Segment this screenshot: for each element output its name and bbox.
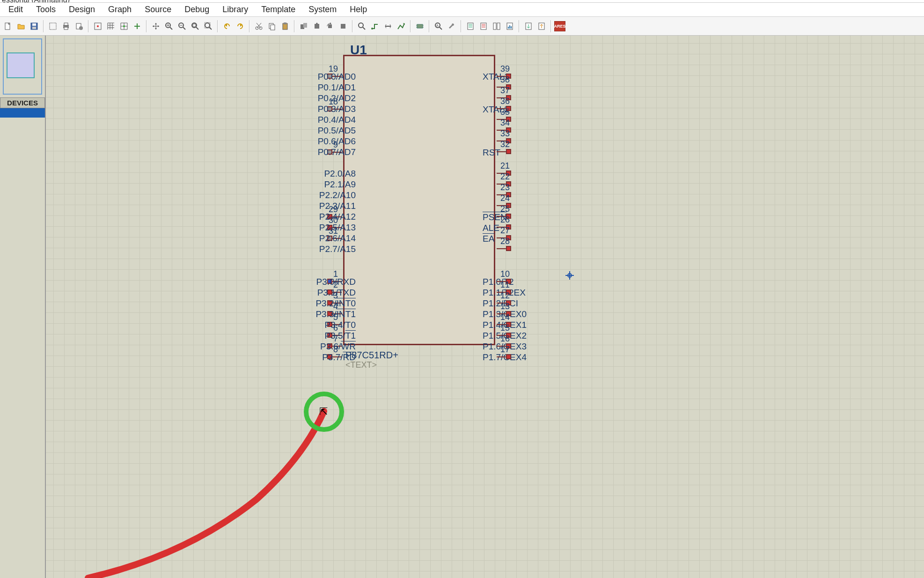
overview-viewport[interactable] xyxy=(7,52,35,78)
pin-number: 24 xyxy=(500,193,510,203)
pin-32[interactable]: 32P0.7/AD7 xyxy=(497,149,511,154)
toolbar-separator xyxy=(43,20,44,32)
open-folder-button[interactable] xyxy=(15,20,27,32)
pin-number: 34 xyxy=(500,118,510,128)
report-net-button[interactable] xyxy=(491,20,503,32)
zoom-in-button[interactable] xyxy=(163,20,175,32)
save-icon xyxy=(30,22,38,30)
print-icon xyxy=(62,22,70,30)
grid-origin-icon xyxy=(94,22,102,30)
pin-label: P3.4/T0 xyxy=(324,320,356,330)
wire-auto-button[interactable] xyxy=(369,20,381,32)
menu-tools[interactable]: Tools xyxy=(29,3,62,16)
menu-debug[interactable]: Debug xyxy=(178,3,216,16)
block-copy-icon xyxy=(300,22,308,30)
pin-label: P3.5/T1 xyxy=(324,331,356,341)
block-rotate-button[interactable] xyxy=(324,20,336,32)
pin-label: P2.4/A12 xyxy=(319,212,356,222)
svg-point-11 xyxy=(97,25,99,27)
svg-text:A: A xyxy=(436,24,439,27)
paste-icon xyxy=(281,22,289,30)
toolbar-separator xyxy=(294,20,295,32)
undo-button[interactable] xyxy=(221,20,233,32)
pin-label: P0.5/AD5 xyxy=(318,126,356,136)
toggle-pins-button[interactable] xyxy=(414,20,426,32)
zoom-fit-button[interactable] xyxy=(189,20,201,32)
copy-button[interactable] xyxy=(266,20,278,32)
menu-graph[interactable]: Graph xyxy=(102,3,138,16)
grid-snap-button[interactable] xyxy=(118,20,130,32)
cursor-plus-button[interactable] xyxy=(131,20,143,32)
pin-28[interactable]: 28P2.7/A15 xyxy=(497,246,511,251)
block-copy-button[interactable] xyxy=(298,20,310,32)
open-folder-icon xyxy=(17,22,25,30)
pin-number: 17 xyxy=(500,345,510,355)
redo-button[interactable] xyxy=(234,20,246,32)
pin-number: 11 xyxy=(500,280,510,290)
report-bill-icon xyxy=(466,22,475,30)
zoom-out-button[interactable] xyxy=(176,20,188,32)
pan-crosshair-button[interactable] xyxy=(150,20,162,32)
menu-system[interactable]: System xyxy=(302,3,343,16)
schematic-canvas[interactable]: U1 19XTAL118XTAL29RST29PSEN30ALE31EA1P1.… xyxy=(46,36,924,578)
pin-17[interactable]: 17P3.7/RD xyxy=(497,354,511,359)
svg-point-12 xyxy=(123,25,125,27)
block-delete-button[interactable] xyxy=(337,20,349,32)
svg-rect-38 xyxy=(497,23,500,30)
trace-button[interactable] xyxy=(395,20,407,32)
menu-library[interactable]: Library xyxy=(216,3,255,16)
report-bill-button[interactable] xyxy=(464,20,477,32)
menu-source[interactable]: Source xyxy=(138,3,178,16)
pan-crosshair-icon xyxy=(152,22,160,30)
pin-number: 32 xyxy=(500,140,510,149)
cut-button[interactable] xyxy=(253,20,265,32)
devices-selected-row[interactable] xyxy=(0,108,45,118)
pick-button[interactable] xyxy=(356,20,368,32)
pin-label: P3.3/INT1 xyxy=(315,309,356,319)
menu-help[interactable]: Help xyxy=(343,3,374,16)
menu-design[interactable]: Design xyxy=(62,3,102,16)
pin-label: P2.1/A9 xyxy=(324,179,356,190)
netlist-out-button[interactable] xyxy=(535,20,548,32)
svg-rect-22 xyxy=(271,25,275,30)
save-button[interactable] xyxy=(28,20,40,32)
block-move-button[interactable] xyxy=(311,20,323,32)
print-setup-icon xyxy=(75,22,83,30)
wire-search-button[interactable] xyxy=(382,20,394,32)
report-stat-button[interactable] xyxy=(504,20,516,32)
pin-label: EA xyxy=(483,234,494,244)
toolbar-separator xyxy=(461,20,462,32)
ares-button[interactable]: ARES xyxy=(554,21,565,31)
svg-rect-27 xyxy=(315,24,319,29)
svg-rect-35 xyxy=(468,23,473,30)
svg-rect-6 xyxy=(64,23,68,25)
svg-rect-26 xyxy=(303,23,307,28)
svg-rect-16 xyxy=(193,24,196,27)
zoom-region-button[interactable] xyxy=(202,20,214,32)
print-area-button[interactable] xyxy=(47,20,59,32)
undo-icon xyxy=(223,22,231,30)
pin-label: P0.2/AD2 xyxy=(318,93,356,104)
grid-toggle-button[interactable] xyxy=(105,20,117,32)
pin-label: P2.5/A13 xyxy=(319,222,356,233)
tools-button[interactable] xyxy=(446,20,458,32)
pin-label: P2.7/A15 xyxy=(319,244,356,254)
new-file-button[interactable] xyxy=(2,20,14,32)
grid-origin-button[interactable] xyxy=(92,20,104,32)
netlist-in-button[interactable] xyxy=(522,20,535,32)
menu-template[interactable]: Template xyxy=(255,3,302,16)
find-button[interactable]: A xyxy=(433,20,445,32)
report-erc-button[interactable] xyxy=(477,20,490,32)
toolbar-separator xyxy=(249,20,250,32)
sidebar: DEVICES xyxy=(0,36,46,578)
component-body[interactable]: 19XTAL118XTAL29RST29PSEN30ALE31EA1P1.0/T… xyxy=(343,55,495,345)
overview-panel[interactable] xyxy=(3,38,42,95)
wire-search-icon xyxy=(384,22,392,30)
toolbar-separator xyxy=(550,20,551,32)
print-button[interactable] xyxy=(60,20,72,32)
print-setup-button[interactable] xyxy=(73,20,85,32)
paste-button[interactable] xyxy=(279,20,291,32)
grid-toggle-icon xyxy=(107,22,115,30)
menu-edit[interactable]: Edit xyxy=(2,3,29,16)
pin-label: P0.1/AD1 xyxy=(318,82,356,93)
